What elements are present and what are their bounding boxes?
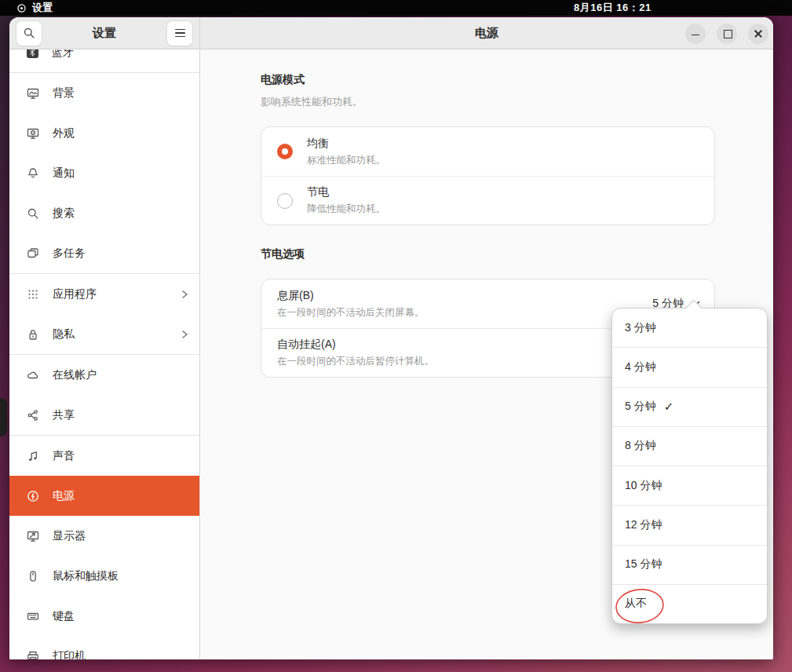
settings-gear-icon — [16, 3, 27, 13]
sidebar-item-multitasking[interactable]: 多任务 — [9, 233, 199, 273]
dropdown-item-4min[interactable]: 4 分钟 — [612, 347, 767, 386]
sidebar-item-label: 显示器 — [53, 529, 188, 543]
power-mode-card: 均衡 标准性能和功耗。 节电 降低性能和功耗。 — [261, 126, 715, 225]
sidebar-item-notifications[interactable]: 通知 — [9, 153, 199, 193]
sidebar-item-label: 鼠标和触摸板 — [53, 569, 188, 583]
sidebar-item-printers[interactable]: 打印机 — [9, 636, 199, 659]
close-icon — [748, 24, 768, 44]
power-mode-section-title: 电源模式 — [261, 73, 715, 87]
item-label: 4 分钟 — [625, 360, 656, 374]
power-mode-option-balanced[interactable]: 均衡 标准性能和功耗。 — [261, 127, 714, 176]
maximize-button[interactable] — [717, 24, 737, 44]
option-label: 均衡 — [307, 137, 700, 151]
apps-grid-icon — [27, 288, 39, 301]
sidebar-item-background[interactable]: 背景 — [9, 73, 199, 113]
top-panel: 设置 8月16日 16：21 — [0, 0, 792, 16]
dropdown-item-12min[interactable]: 12 分钟 — [612, 505, 767, 544]
hamburger-icon — [175, 29, 185, 38]
item-label: 从不 — [625, 597, 647, 611]
appearance-icon — [27, 127, 39, 140]
sidebar-item-sharing[interactable]: 共享 — [9, 395, 199, 435]
item-label: 15 分钟 — [625, 557, 662, 572]
dropdown-item-5min[interactable]: 5 分钟 ✓ — [612, 387, 767, 426]
sidebar-item-label: 多任务 — [53, 247, 188, 261]
sidebar-item-search[interactable]: 搜索 — [9, 193, 199, 233]
dropdown-item-never[interactable]: 从不 — [612, 584, 767, 623]
music-note-icon — [27, 450, 39, 462]
sidebar-item-mouse-touchpad[interactable]: 鼠标和触摸板 — [9, 556, 199, 596]
primary-menu-button[interactable] — [166, 20, 193, 46]
sidebar-item-label: 键盘 — [53, 609, 188, 623]
sidebar-item-label: 蓝牙 — [52, 49, 188, 60]
sidebar: 设置 蓝牙 背景 — [9, 17, 200, 659]
clock-text: 8月16日 16：21 — [574, 1, 651, 15]
sidebar-item-power[interactable]: 电源 — [9, 476, 199, 516]
sidebar-item-keyboard[interactable]: 键盘 — [9, 596, 199, 636]
dropdown-item-3min[interactable]: 3 分钟 — [612, 309, 767, 347]
dropdown-item-10min[interactable]: 10 分钟 — [612, 466, 767, 505]
minimize-button[interactable] — [685, 24, 706, 44]
sidebar-headerbar: 设置 — [9, 17, 199, 49]
dropdown-item-8min[interactable]: 8 分钟 — [612, 426, 767, 466]
radio-unselected-icon[interactable] — [277, 193, 293, 209]
item-label: 3 分钟 — [625, 321, 656, 335]
option-label: 节电 — [307, 185, 700, 199]
search-icon — [23, 27, 35, 39]
sidebar-item-appearance[interactable]: 外观 — [9, 113, 199, 153]
power-mode-option-power-saver[interactable]: 节电 降低性能和功耗。 — [261, 176, 714, 225]
cloud-icon — [27, 369, 39, 382]
sidebar-item-label: 隐私 — [53, 327, 167, 341]
bluetooth-icon — [27, 49, 38, 58]
sidebar-item-label: 在线帐户 — [53, 368, 188, 382]
multitasking-icon — [27, 247, 39, 260]
keyboard-icon — [27, 610, 39, 623]
sidebar-item-sound[interactable]: 声音 — [9, 436, 199, 476]
sidebar-item-bluetooth[interactable]: 蓝牙 — [9, 49, 199, 72]
search-icon — [27, 207, 39, 220]
power-mode-section-subtitle: 影响系统性能和功耗。 — [261, 95, 715, 109]
sidebar-item-label: 通知 — [53, 166, 188, 181]
mouse-icon — [27, 570, 39, 583]
panel-app-name: 设置 — [32, 1, 53, 15]
maximize-icon — [717, 24, 737, 44]
dock-hide-handle — [0, 398, 7, 436]
item-label: 10 分钟 — [625, 479, 662, 493]
panel-app-menu[interactable]: 设置 — [16, 0, 53, 16]
power-saving-section-title: 节电选项 — [261, 247, 715, 261]
bell-icon — [27, 167, 39, 180]
sidebar-item-label: 声音 — [53, 449, 188, 463]
item-label: 5 分钟 — [625, 400, 656, 414]
option-description: 降低性能和功耗。 — [307, 203, 700, 216]
check-icon: ✓ — [664, 400, 674, 414]
chevron-right-icon — [181, 330, 188, 339]
radio-selected-icon[interactable] — [277, 144, 293, 159]
sidebar-item-label: 搜索 — [53, 206, 188, 221]
sidebar-item-label: 应用程序 — [53, 287, 167, 301]
window-controls — [685, 17, 768, 49]
dropdown-item-15min[interactable]: 15 分钟 — [612, 545, 767, 584]
page-title: 电源 — [475, 26, 498, 41]
sidebar-list[interactable]: 蓝牙 背景 外观 — [9, 49, 199, 659]
search-button[interactable] — [16, 20, 42, 46]
blank-screen-dropdown-menu: 3 分钟 4 分钟 5 分钟 ✓ 8 分钟 10 分钟 12 分钟 15 分钟 … — [611, 308, 768, 624]
lock-icon — [27, 328, 39, 341]
row-description: 在一段时间的不活动后关闭屏幕。 — [277, 306, 638, 320]
sidebar-item-label: 打印机 — [53, 649, 188, 660]
item-label: 8 分钟 — [625, 439, 656, 453]
main-headerbar: 电源 — [200, 17, 773, 49]
sidebar-item-displays[interactable]: 显示器 — [9, 516, 199, 556]
share-icon — [27, 409, 39, 422]
sidebar-item-label: 背景 — [53, 86, 188, 100]
item-label: 12 分钟 — [625, 518, 662, 532]
sidebar-item-privacy[interactable]: 隐私 — [9, 314, 199, 354]
row-label: 息屏(B) — [277, 289, 638, 303]
display-icon — [27, 530, 39, 542]
minimize-icon — [685, 24, 706, 44]
chevron-right-icon — [181, 290, 188, 299]
panel-clock[interactable]: 8月16日 16：21 — [574, 0, 651, 16]
sidebar-item-applications[interactable]: 应用程序 — [9, 274, 199, 314]
sidebar-item-label: 共享 — [53, 408, 188, 422]
printer-icon — [27, 650, 39, 660]
close-button[interactable] — [748, 24, 768, 44]
sidebar-item-online-accounts[interactable]: 在线帐户 — [9, 355, 199, 395]
